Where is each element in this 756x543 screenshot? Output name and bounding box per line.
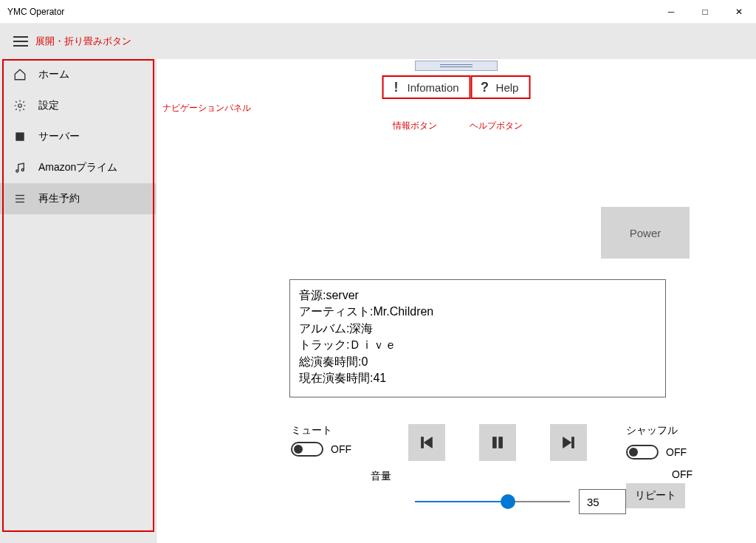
sidebar-item-label: ホーム: [38, 68, 69, 81]
track-info-album: アルバム:深海: [299, 321, 656, 337]
maximize-button[interactable]: □: [688, 0, 722, 24]
svg-rect-10: [499, 437, 503, 448]
sidebar-item-home[interactable]: ホーム: [0, 59, 156, 90]
sidebar-item-playback-reservation[interactable]: 再生予約: [0, 183, 156, 214]
information-button-label: Infomation: [408, 81, 459, 94]
track-info-artist: アーティスト:Mr.Children: [299, 304, 656, 320]
drag-handle[interactable]: [415, 61, 498, 71]
list-icon: [13, 192, 27, 205]
svg-marker-11: [563, 437, 571, 448]
music-note-icon: [13, 161, 27, 174]
svg-rect-7: [422, 437, 424, 448]
shuffle-repeat-column: シャッフル OFF OFF リピート: [626, 424, 704, 508]
expand-label: 展開・折り畳みボタン: [35, 35, 131, 48]
toggle-track-icon: [626, 445, 659, 460]
power-button-label: Power: [630, 227, 662, 239]
volume-slider-row: 35: [371, 489, 626, 514]
question-icon: ?: [480, 80, 490, 95]
mute-toggle[interactable]: OFF: [291, 442, 369, 457]
power-button[interactable]: Power: [601, 207, 690, 259]
sidebar: ホーム 設定 サーバー Amazonプライム 再生予約: [0, 59, 157, 543]
gear-icon: [13, 99, 27, 112]
mute-label: ミュート: [291, 424, 369, 437]
volume-value-field[interactable]: 35: [579, 489, 626, 514]
grip-icon: [440, 64, 472, 67]
track-info-total-time: 総演奏時間:0: [299, 354, 656, 370]
server-icon: [13, 130, 27, 143]
svg-rect-12: [572, 437, 574, 448]
window-controls: ─ □ ✕: [654, 0, 756, 24]
volume-label: 音量: [371, 470, 406, 483]
track-info-box: 音源:server アーティスト:Mr.Children アルバム:深海 トラッ…: [289, 279, 666, 397]
help-button-label: Help: [496, 81, 519, 94]
track-info-track: トラック:Ｄｉｖｅ: [299, 337, 656, 353]
svg-rect-9: [493, 437, 497, 448]
annotation-info-btn-label: 情報ボタン: [393, 120, 437, 132]
sidebar-item-label: 再生予約: [38, 192, 80, 205]
home-icon: [13, 68, 27, 81]
sidebar-item-label: 設定: [38, 99, 59, 112]
sidebar-item-label: サーバー: [38, 130, 80, 143]
annotation-help-btn-label: ヘルプボタン: [470, 120, 523, 132]
playback-buttons: [369, 424, 626, 461]
svg-point-3: [21, 169, 24, 171]
close-button[interactable]: ✕: [722, 0, 756, 24]
hamburger-icon[interactable]: [13, 36, 28, 47]
annotation-nav-panel-label: ナビゲーションパネル: [162, 102, 251, 115]
information-button[interactable]: ! Infomation: [382, 75, 471, 99]
shuffle-toggle[interactable]: OFF: [626, 445, 704, 460]
repeat-button[interactable]: リピート: [626, 483, 685, 508]
volume-slider[interactable]: [415, 494, 570, 509]
main-panel: ナビゲーションパネル ! Infomation ? Help 情報ボタン ヘルプ…: [157, 59, 756, 543]
titlebar: YMC Operator ─ □ ✕: [0, 0, 756, 24]
expand-row: 展開・折り畳みボタン: [0, 24, 756, 59]
track-info-current-time: 現在演奏時間:41: [299, 370, 656, 386]
sidebar-item-label: Amazonプライム: [38, 161, 117, 174]
repeat-state: OFF: [626, 468, 704, 480]
slider-track-left: [415, 501, 508, 502]
shuffle-label: シャッフル: [626, 424, 704, 437]
svg-marker-8: [424, 437, 432, 448]
next-track-button[interactable]: [550, 424, 587, 461]
help-button[interactable]: ? Help: [471, 75, 531, 99]
track-info-source: 音源:server: [299, 287, 656, 304]
sidebar-item-settings[interactable]: 設定: [0, 90, 156, 121]
sidebar-item-server[interactable]: サーバー: [0, 121, 156, 152]
toggle-track-icon: [291, 442, 323, 457]
playback-column: 音量 35: [369, 424, 626, 514]
toggle-knob-icon: [294, 445, 303, 454]
repeat-button-label: リピート: [635, 489, 676, 502]
toggle-knob-icon: [629, 448, 638, 457]
exclamation-icon: !: [391, 80, 402, 95]
shuffle-state: OFF: [666, 446, 687, 458]
sidebar-item-amazon-prime[interactable]: Amazonプライム: [0, 152, 156, 183]
previous-track-button[interactable]: [408, 424, 445, 461]
controls-row: ミュート OFF: [291, 424, 704, 514]
svg-point-2: [16, 170, 18, 172]
window-title: YMC Operator: [7, 7, 64, 17]
svg-rect-1: [16, 133, 24, 141]
slider-track-right: [508, 501, 570, 502]
pause-button[interactable]: [479, 424, 516, 461]
repeat-block: OFF リピート: [626, 468, 704, 508]
volume-row: 音量: [371, 470, 626, 483]
mute-state: OFF: [331, 443, 351, 455]
top-buttons: ! Infomation ? Help 情報ボタン ヘルプボタン: [382, 75, 531, 99]
mute-column: ミュート OFF: [291, 424, 369, 457]
minimize-button[interactable]: ─: [654, 0, 688, 24]
svg-point-0: [18, 104, 22, 108]
slider-knob-icon: [501, 494, 515, 509]
